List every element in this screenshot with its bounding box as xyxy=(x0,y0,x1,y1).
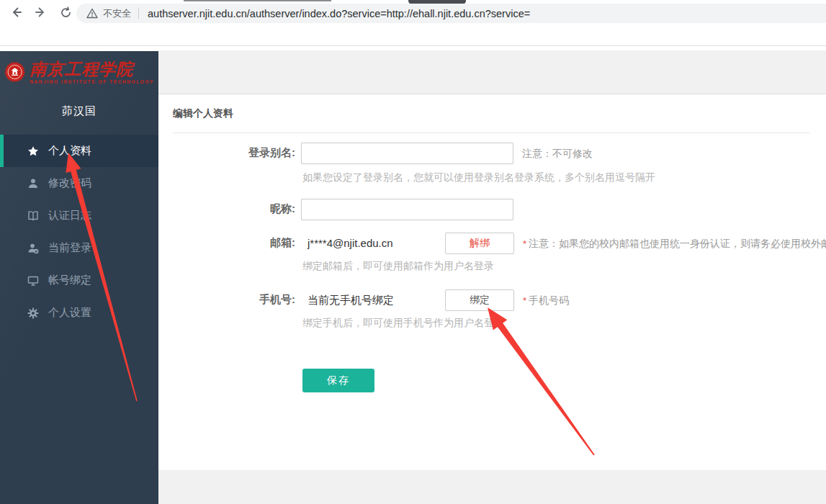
nickname-input[interactable] xyxy=(301,199,513,220)
address-bar[interactable]: 不安全 authserver.njit.edu.cn/authserver/in… xyxy=(76,4,826,23)
profile-form: 登录别名: 注意：不可修改 如果您设定了登录别名，您就可以使用登录别名登录系统，… xyxy=(158,143,826,392)
phone-value: 当前无手机号绑定 xyxy=(301,289,445,311)
sidebar-item-label: 帐号绑定 xyxy=(48,274,91,287)
school-name-en: NANJING INSTITUTE OF TECHNOLOGY xyxy=(30,79,154,84)
sidebar-item-label: 个人设置 xyxy=(48,306,91,320)
sidebar-item-change-password[interactable]: 修改密码 xyxy=(0,167,158,199)
page: 不安全 authserver.njit.edu.cn/authserver/in… xyxy=(0,0,826,504)
user-check-icon xyxy=(27,243,39,254)
forward-button[interactable] xyxy=(31,2,51,22)
email-note: *注意：如果您的校内邮箱也使用统一身份认证，则请务必使用校外邮箱 xyxy=(523,233,826,255)
phone-note: *手机号码 xyxy=(523,289,569,312)
nickname-row: 昵称: xyxy=(158,199,826,220)
email-value: j****4@njit.edu.cn xyxy=(301,233,445,254)
user-icon xyxy=(27,178,39,189)
profile-edit-panel: 编辑个人资料 登录别名: 注意：不可修改 如果您设定了登录别名，您就可以使用登录… xyxy=(158,95,826,470)
alias-help-text: 如果您设定了登录别名，您就可以使用登录别名登录系统，多个别名用逗号隔开 xyxy=(302,171,826,184)
school-seal-icon xyxy=(4,55,25,89)
sidebar-item-label: 当前登录 xyxy=(48,241,91,255)
required-asterisk: * xyxy=(523,238,526,249)
unbind-email-button[interactable]: 解绑 xyxy=(445,233,514,254)
alias-label: 登录别名: xyxy=(158,146,295,164)
url-text: authserver.njit.edu.cn/authserver/index.… xyxy=(148,8,530,19)
reload-icon xyxy=(60,6,72,19)
phone-help-text: 绑定手机后，即可使用手机号作为用户名登录 xyxy=(302,317,826,330)
security-label: 不安全 xyxy=(103,7,131,20)
alias-input[interactable] xyxy=(301,143,513,164)
required-asterisk: * xyxy=(523,295,526,306)
tab-strip-remnant xyxy=(184,0,331,1)
school-logo: 南京工程学院 NANJING INSTITUTE OF TECHNOLOGY xyxy=(0,51,158,93)
content-header-band xyxy=(158,50,826,94)
nickname-label: 昵称: xyxy=(158,202,295,220)
sidebar-item-label: 修改密码 xyxy=(48,176,91,190)
email-row: 邮箱: j****4@njit.edu.cn 解绑 *注意：如果您的校内邮箱也使… xyxy=(158,233,826,255)
username: 茆汉国 xyxy=(0,93,158,129)
back-button[interactable] xyxy=(6,2,26,22)
content-footer-band xyxy=(158,470,826,504)
bind-phone-button[interactable]: 绑定 xyxy=(445,289,514,311)
sidebar-item-personal-settings[interactable]: 个人设置 xyxy=(0,297,158,329)
save-button[interactable]: 保存 xyxy=(302,369,374,392)
sidebar-menu: 个人资料 修改密码 认证日志 当前登录 xyxy=(0,135,158,329)
sidebar: 南京工程学院 NANJING INSTITUTE OF TECHNOLOGY 茆… xyxy=(0,51,158,504)
sidebar-item-profile[interactable]: 个人资料 xyxy=(0,135,158,167)
log-book-icon xyxy=(27,210,39,222)
browser-toolbar: 不安全 authserver.njit.edu.cn/authserver/in… xyxy=(0,0,826,46)
sidebar-item-account-binding[interactable]: 帐号绑定 xyxy=(0,264,158,297)
sidebar-item-auth-log[interactable]: 认证日志 xyxy=(0,199,158,232)
gear-icon xyxy=(27,307,39,319)
monitor-icon xyxy=(27,275,39,287)
omnibox-divider xyxy=(138,8,139,19)
email-help-text: 绑定邮箱后，即可使用邮箱作为用户名登录 xyxy=(302,260,826,273)
page-title: 编辑个人资料 xyxy=(173,107,826,120)
email-label: 邮箱: xyxy=(158,233,295,255)
alias-row: 登录别名: 注意：不可修改 xyxy=(158,143,826,164)
title-divider xyxy=(173,132,810,133)
phone-row: 手机号: 当前无手机号绑定 绑定 *手机号码 xyxy=(158,289,826,312)
not-secure-warning-icon xyxy=(86,8,98,19)
star-icon xyxy=(27,145,39,157)
forward-arrow-icon xyxy=(35,6,48,19)
sidebar-item-label: 个人资料 xyxy=(48,144,91,158)
reload-button[interactable] xyxy=(55,2,76,22)
back-arrow-icon xyxy=(9,6,22,19)
sidebar-item-current-login[interactable]: 当前登录 xyxy=(0,232,158,264)
phone-label: 手机号: xyxy=(158,289,295,312)
sidebar-item-label: 认证日志 xyxy=(48,209,91,222)
school-name-cn: 南京工程学院 xyxy=(30,60,154,78)
alias-note: 注意：不可修改 xyxy=(522,143,593,164)
